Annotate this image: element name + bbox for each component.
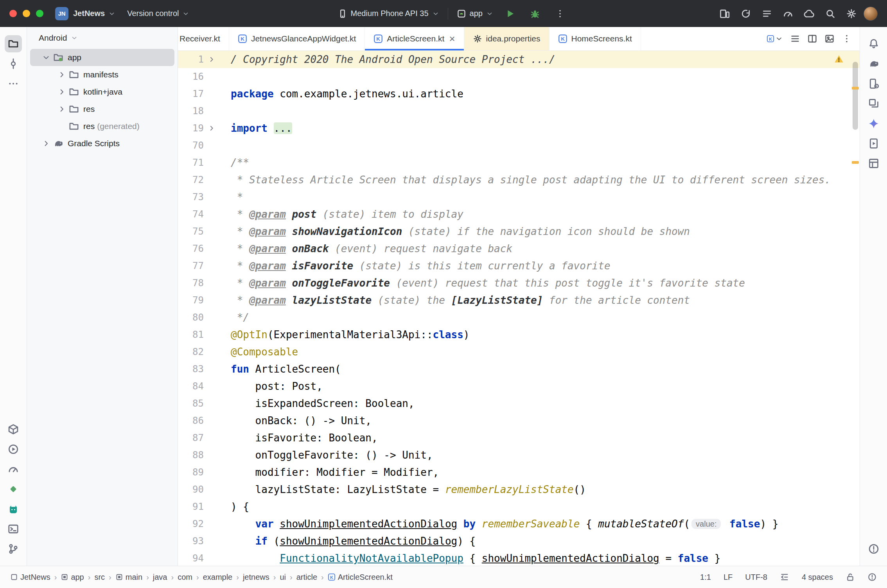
- line-number[interactable]: 75: [178, 226, 204, 237]
- line-number[interactable]: 87: [178, 432, 204, 443]
- project-button[interactable]: [5, 35, 22, 52]
- running-devices-button[interactable]: [865, 135, 882, 152]
- run-button[interactable]: [502, 5, 518, 22]
- kebab-button[interactable]: [842, 34, 852, 44]
- layout-inspector-button[interactable]: [865, 155, 882, 172]
- code-line-73[interactable]: 73 *: [178, 188, 860, 206]
- line-number[interactable]: 73: [178, 192, 204, 203]
- code-line-1[interactable]: 1/ Copyright 2020 The Android Open Sourc…: [178, 51, 860, 68]
- notifications-button[interactable]: [865, 35, 882, 52]
- breadcrumb-example[interactable]: example: [203, 573, 233, 582]
- code-line-19[interactable]: 19import ...: [178, 120, 860, 137]
- chevron-right-icon[interactable]: [40, 139, 52, 148]
- code-line-82[interactable]: 82@Composable: [178, 343, 860, 360]
- breadcrumb-src[interactable]: src: [94, 573, 105, 582]
- line-number[interactable]: 86: [178, 415, 204, 426]
- close-icon[interactable]: ×: [449, 34, 455, 44]
- code-line-16[interactable]: 16: [178, 68, 860, 85]
- tab-receiver-kt[interactable]: Receiver.kt: [178, 27, 229, 50]
- line-number[interactable]: 74: [178, 209, 204, 220]
- code-line-71[interactable]: 71/**: [178, 154, 860, 171]
- code-line-88[interactable]: 88 onToggleFavorite: () -> Unit,: [178, 446, 860, 464]
- line-number[interactable]: 76: [178, 243, 204, 254]
- line-number[interactable]: 78: [178, 278, 204, 289]
- line-number[interactable]: 93: [178, 536, 204, 547]
- line-number[interactable]: 70: [178, 140, 204, 151]
- line-separator[interactable]: LF: [724, 573, 733, 582]
- hidden-tabs-button[interactable]: K: [767, 35, 783, 43]
- run-config-selector[interactable]: app: [457, 9, 493, 18]
- code-line-81[interactable]: 81@OptIn(ExperimentalMaterial3Api::class…: [178, 326, 860, 343]
- line-number[interactable]: 16: [178, 71, 204, 82]
- run-tool-button[interactable]: [5, 441, 22, 458]
- user-avatar[interactable]: [864, 7, 878, 21]
- code-line-18[interactable]: 18: [178, 102, 860, 120]
- code-line-85[interactable]: 85 isExpandedScreen: Boolean,: [178, 395, 860, 412]
- debug-button[interactable]: [527, 5, 543, 22]
- file-encoding[interactable]: UTF-8: [745, 573, 767, 582]
- device-manager-button[interactable]: [865, 75, 882, 92]
- code-line-74[interactable]: 74 * @param post (state) item to display: [178, 206, 860, 223]
- logcat-button[interactable]: [5, 500, 22, 518]
- code-line-80[interactable]: 80 */: [178, 309, 860, 326]
- line-number[interactable]: 85: [178, 398, 204, 409]
- code-line-77[interactable]: 77 * @param isFavorite (state) is this i…: [178, 257, 860, 274]
- project-view-selector[interactable]: Android: [27, 27, 178, 49]
- line-number[interactable]: 72: [178, 174, 204, 185]
- code-line-89[interactable]: 89 modifier: Modifier = Modifier,: [178, 464, 860, 481]
- warning-stripe-mark[interactable]: [852, 161, 859, 164]
- lock-icon[interactable]: [846, 572, 855, 582]
- chevron-down-icon[interactable]: [40, 53, 52, 62]
- code-line-78[interactable]: 78 * @param onToggleFavorite (event) req…: [178, 274, 860, 292]
- tree-item-kotlin-java[interactable]: kotlin+java: [30, 83, 174, 100]
- breadcrumb-app[interactable]: app: [61, 573, 84, 582]
- vcs-menu[interactable]: Version control: [127, 9, 189, 18]
- project-menu[interactable]: JetNews: [73, 9, 115, 18]
- breadcrumb-java[interactable]: java: [153, 573, 167, 582]
- line-number[interactable]: 90: [178, 484, 204, 495]
- line-number[interactable]: 18: [178, 106, 204, 117]
- code-line-79[interactable]: 79 * @param lazyListState (state) the [L…: [178, 292, 860, 309]
- line-number[interactable]: 19: [178, 123, 204, 134]
- restore-button[interactable]: [738, 5, 754, 22]
- inspection-widget[interactable]: [834, 54, 844, 64]
- line-number[interactable]: 1: [178, 54, 204, 65]
- line-number[interactable]: 94: [178, 553, 204, 564]
- line-number[interactable]: 84: [178, 381, 204, 392]
- code-line-87[interactable]: 87 isFavorite: Boolean,: [178, 429, 860, 446]
- editor-scrollbar[interactable]: [853, 62, 858, 130]
- code-line-84[interactable]: 84 post: Post,: [178, 378, 860, 395]
- terminal-button[interactable]: [5, 520, 22, 538]
- resource-manager-button[interactable]: [865, 95, 882, 112]
- tree-item-app[interactable]: app: [30, 49, 174, 66]
- code-line-17[interactable]: 17package com.example.jetnews.ui.article: [178, 85, 860, 102]
- code-line-86[interactable]: 86 onBack: () -> Unit,: [178, 412, 860, 429]
- code-line-94[interactable]: 94 FunctionalityNotAvailablePopup { show…: [178, 550, 860, 566]
- chevron-right-icon[interactable]: [56, 88, 68, 96]
- problems-button[interactable]: [865, 540, 882, 558]
- line-number[interactable]: 17: [178, 88, 204, 99]
- tree-item-res[interactable]: res: [30, 100, 174, 118]
- tab-idea-properties[interactable]: idea.properties: [464, 27, 549, 50]
- warning-stripe-mark[interactable]: [852, 87, 859, 90]
- todo-list-button[interactable]: [759, 5, 775, 22]
- problems-icon[interactable]: [867, 572, 877, 582]
- code-line-92[interactable]: 92 var showUnimplementedActionDialog by …: [178, 515, 860, 532]
- breadcrumb-ui[interactable]: ui: [280, 573, 286, 582]
- preview-button[interactable]: [824, 34, 835, 44]
- more-h-button[interactable]: [5, 75, 22, 92]
- fold-marker-icon[interactable]: [204, 124, 219, 132]
- settings-button[interactable]: [843, 5, 860, 22]
- git-branch-button[interactable]: [5, 540, 22, 558]
- mirror-device-button[interactable]: [716, 5, 733, 22]
- line-number[interactable]: 92: [178, 518, 204, 529]
- line-number[interactable]: 91: [178, 501, 204, 512]
- indent-size[interactable]: 4 spaces: [802, 573, 833, 582]
- minimize-window-button[interactable]: [23, 10, 30, 17]
- split-editor-button[interactable]: [807, 34, 817, 44]
- editor-list-button[interactable]: [790, 34, 800, 44]
- line-number[interactable]: 79: [178, 295, 204, 306]
- build-variants-button[interactable]: [5, 421, 22, 438]
- profiler-button[interactable]: [780, 5, 796, 22]
- chevron-right-icon[interactable]: [56, 105, 68, 113]
